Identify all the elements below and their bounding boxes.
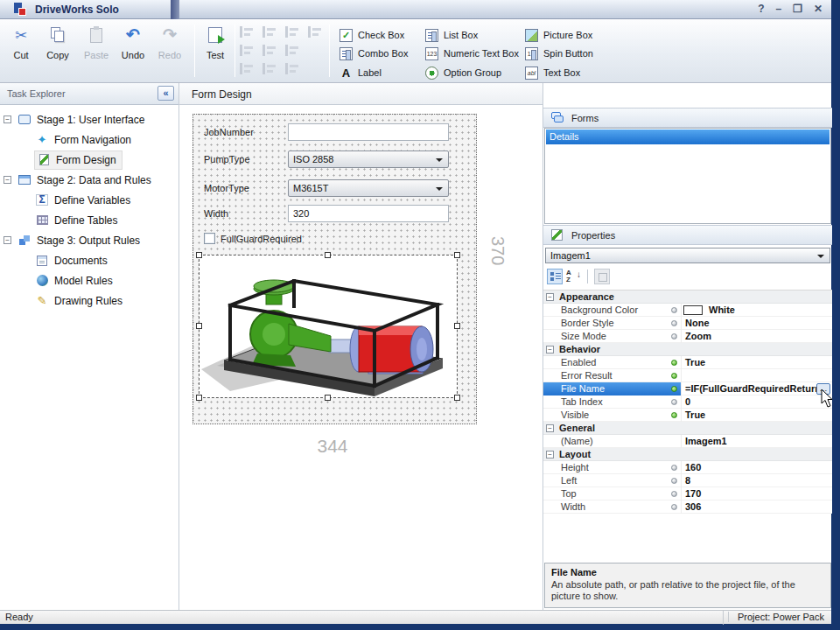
palette-list-box[interactable]: List Box bbox=[425, 28, 478, 42]
tree-item-define-variables[interactable]: Σ Define Variables bbox=[0, 190, 178, 210]
resize-handle[interactable] bbox=[196, 252, 202, 258]
chevron-down-icon bbox=[817, 255, 824, 258]
chevron-down-icon bbox=[436, 187, 443, 191]
collapse-category-icon[interactable]: − bbox=[546, 346, 554, 354]
category-row-layout[interactable]: −Layout bbox=[543, 448, 832, 461]
help-title: File Name bbox=[551, 567, 824, 578]
alphabetical-sort-button[interactable]: AZ↓ bbox=[566, 269, 582, 284]
palette-combo-box[interactable]: Combo Box bbox=[340, 46, 408, 60]
property-row-border-style[interactable]: Border StyleNone bbox=[543, 317, 832, 330]
tree-item-stage3[interactable]: − Stage 3: Output Rules bbox=[0, 230, 178, 250]
undo-icon: ↶ bbox=[126, 27, 140, 43]
tree-item-form-navigation[interactable]: ✦ Form Navigation bbox=[0, 130, 178, 150]
paste-button: Paste bbox=[77, 24, 116, 78]
categorized-view-button[interactable] bbox=[547, 269, 563, 284]
tree-item-label: Define Variables bbox=[54, 194, 130, 206]
palette-text-box[interactable]: abl Text Box bbox=[525, 66, 580, 80]
palette-numeric-text-box[interactable]: 123 Numeric Text Box bbox=[425, 46, 519, 60]
field-label-width: Width bbox=[204, 208, 228, 219]
collapse-category-icon[interactable]: − bbox=[546, 424, 554, 432]
resize-handle[interactable] bbox=[196, 323, 202, 329]
property-row-background-color[interactable]: Background Color White bbox=[543, 304, 832, 317]
forms-section-header: Forms bbox=[543, 108, 832, 128]
resize-handle[interactable] bbox=[454, 323, 460, 329]
property-row-width[interactable]: Width306 bbox=[543, 500, 832, 514]
property-row-name[interactable]: (Name)Imagem1 bbox=[543, 435, 832, 448]
tree-item-model-rules[interactable]: Model Rules bbox=[0, 270, 178, 290]
align-bottom-icon bbox=[262, 63, 276, 74]
tree-item-documents[interactable]: Documents bbox=[0, 250, 178, 270]
tree-item-form-design[interactable]: Form Design bbox=[0, 150, 178, 170]
tab-form-design[interactable]: Form Design bbox=[192, 88, 252, 101]
property-row-height[interactable]: Height160 bbox=[543, 461, 832, 474]
rule-indicator-icon bbox=[671, 386, 677, 392]
test-button[interactable]: Test bbox=[198, 24, 233, 78]
static-indicator-icon bbox=[671, 504, 677, 510]
jobnumber-input[interactable] bbox=[288, 123, 449, 141]
fullguard-checkbox-row[interactable]: FullGuardRequired bbox=[204, 233, 302, 244]
category-row-general[interactable]: −General bbox=[543, 422, 832, 435]
collapse-node-icon[interactable]: − bbox=[4, 176, 11, 184]
tree-item-stage2[interactable]: − Stage 2: Data and Rules bbox=[0, 170, 178, 190]
control-selector-combo[interactable]: Imagem1 bbox=[545, 248, 830, 263]
toolbar-separator bbox=[587, 270, 588, 284]
tree-item-drawing-rules[interactable]: ✎ Drawing Rules bbox=[0, 290, 178, 311]
property-row-enabled[interactable]: EnabledTrue bbox=[543, 356, 832, 369]
property-row-size-mode[interactable]: Size ModeZoom bbox=[543, 330, 832, 343]
tree-item-stage1[interactable]: − Stage 1: User Interface bbox=[0, 109, 178, 130]
option-group-icon bbox=[425, 66, 438, 80]
palette-label: Spin Button bbox=[543, 48, 593, 59]
cut-button[interactable]: ✂ Cut bbox=[2, 24, 40, 78]
property-row-file-name[interactable]: File Name =IF(FullGuardRequiredReturn= … bbox=[543, 382, 832, 396]
collapse-category-icon[interactable]: − bbox=[546, 451, 554, 458]
collapse-node-icon[interactable]: − bbox=[4, 116, 11, 123]
palette-picture-box[interactable]: Picture Box bbox=[525, 28, 592, 42]
forms-list-item-details[interactable]: Details bbox=[546, 130, 830, 144]
undo-button[interactable]: ↶ Undo bbox=[114, 24, 152, 78]
motortype-combo[interactable]: M3615T bbox=[288, 179, 449, 197]
collapse-node-icon[interactable]: − bbox=[4, 236, 11, 244]
palette-label-tool[interactable]: A Label bbox=[340, 66, 382, 80]
property-row-visible[interactable]: VisibleTrue bbox=[543, 409, 832, 422]
copy-icon bbox=[51, 27, 65, 43]
close-button[interactable]: ✕ bbox=[814, 3, 822, 15]
collapse-panel-button[interactable]: « bbox=[158, 86, 174, 101]
property-row-top[interactable]: Top170 bbox=[543, 487, 832, 500]
forms-icon bbox=[551, 112, 564, 124]
palette-check-box[interactable]: ✓ Check Box bbox=[340, 28, 404, 42]
resize-handle[interactable] bbox=[454, 395, 460, 401]
resize-handle[interactable] bbox=[454, 252, 460, 258]
width-input[interactable]: 320 bbox=[288, 205, 449, 222]
property-row-left[interactable]: Left8 bbox=[543, 474, 832, 487]
resize-handle[interactable] bbox=[325, 252, 331, 258]
property-help-box: File Name An absolute path, or path rela… bbox=[544, 563, 831, 608]
property-grid: −Appearance Background Color White Borde… bbox=[543, 290, 832, 514]
resize-handle[interactable] bbox=[325, 395, 331, 401]
forms-list[interactable]: Details bbox=[544, 128, 831, 224]
sigma-icon: Σ bbox=[36, 194, 48, 206]
palette-spin-button[interactable]: 1 2 Spin Button bbox=[525, 46, 593, 60]
property-row-error-result[interactable]: Error Result bbox=[543, 369, 832, 382]
help-button[interactable]: ? bbox=[758, 3, 764, 15]
tree-item-define-tables[interactable]: Define Tables bbox=[0, 210, 178, 230]
maximize-button[interactable]: ❐ bbox=[793, 3, 802, 15]
data-stage-icon bbox=[18, 175, 31, 185]
category-row-appearance[interactable]: −Appearance bbox=[543, 290, 832, 304]
category-row-behavior[interactable]: −Behavior bbox=[543, 343, 832, 356]
picture-box-selected[interactable] bbox=[199, 255, 458, 398]
palette-label: Check Box bbox=[358, 30, 404, 40]
minimize-button[interactable]: – bbox=[775, 3, 781, 15]
resize-handle[interactable] bbox=[196, 395, 202, 401]
list-box-icon bbox=[425, 29, 438, 42]
fullguard-checkbox[interactable] bbox=[204, 233, 215, 244]
collapse-category-icon[interactable]: − bbox=[546, 293, 554, 301]
form-preview[interactable]: JobNumber PumpType ISO 2858 MotorType M3… bbox=[192, 114, 477, 424]
copy-button[interactable]: Copy bbox=[38, 24, 77, 78]
pumptype-combo[interactable]: ISO 2858 bbox=[288, 150, 449, 168]
status-separator bbox=[723, 611, 724, 625]
palette-option-group[interactable]: Option Group bbox=[425, 66, 501, 80]
property-row-tab-index[interactable]: Tab Index0 bbox=[543, 396, 832, 409]
picture-box-icon bbox=[525, 29, 538, 42]
form-stage-icon bbox=[18, 115, 31, 124]
right-panel: Forms Details Properties Imagem1 AZ↓ −Ap… bbox=[542, 83, 831, 610]
